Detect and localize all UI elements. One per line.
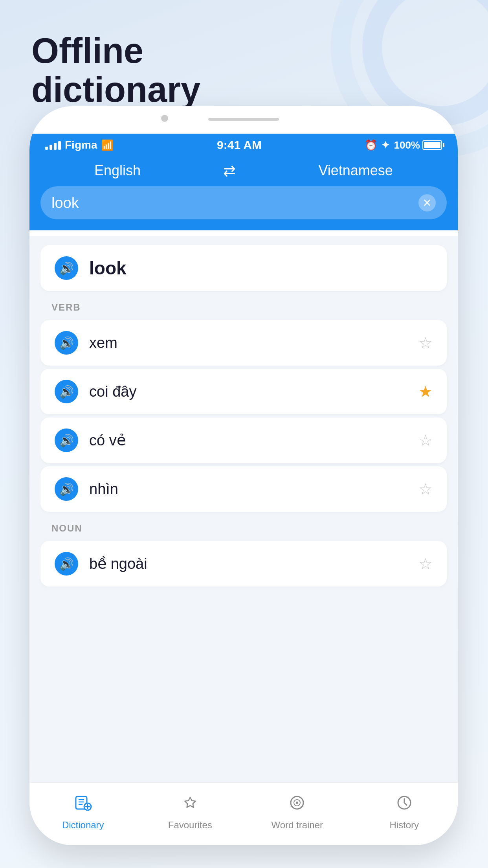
signal-bar-3 [54,143,57,150]
clear-button[interactable]: × [418,194,436,211]
language-to[interactable]: Vietnamese [318,162,393,179]
speaker-icon-bengoa: 🔊 [59,557,74,571]
favourites-icon [181,793,200,817]
bluetooth-icon: ✦ [381,139,390,151]
nav-item-history[interactable]: History [351,793,458,831]
language-selector[interactable]: English ⇄ Vietnamese [29,155,458,186]
verb-section-label: VERB [29,294,458,317]
status-left: Figma 📶 [45,139,114,151]
speaker-icon-nhin: 🔊 [59,482,74,496]
translation-card-xem: 🔊 xem ☆ [40,320,447,366]
nav-item-dictionary[interactable]: Dictionary [29,793,137,831]
nav-label-word-trainer: Word trainer [271,820,323,831]
translation-xem: xem [89,335,407,351]
search-bar[interactable]: look × [40,186,447,219]
speaker-icon: 🔊 [59,261,74,275]
phone-camera [161,115,168,122]
alarm-icon: ⏰ [365,139,377,151]
word-header-card: 🔊 look [40,245,447,291]
cove-sound-button[interactable]: 🔊 [55,428,78,452]
favourite-cove-button[interactable]: ☆ [418,431,433,449]
speaker-icon-xem: 🔊 [59,336,74,350]
carrier-label: Figma [65,139,97,151]
signal-bar-1 [45,147,48,150]
title-line2: dictionary [31,70,200,109]
nav-item-favourites[interactable]: Favourites [137,793,244,831]
signal-bar-4 [58,141,61,150]
battery-fill [424,142,440,148]
coiday-sound-button[interactable]: 🔊 [55,380,78,403]
language-from[interactable]: English [94,162,141,179]
translation-card-nhin: 🔊 nhìn ☆ [40,466,447,512]
phone-header: Figma 📶 9:41 AM ⏰ ✦ 100% English ⇄ Vietn… [29,134,458,230]
signal-bar-2 [50,145,52,150]
wifi-icon: 📶 [101,139,114,151]
status-bar: Figma 📶 9:41 AM ⏰ ✦ 100% [29,134,458,155]
translation-card-bengoa: 🔊 bề ngoài ☆ [40,541,447,587]
word-title: look [89,257,127,279]
speaker-icon-coiday: 🔊 [59,385,74,399]
nav-item-word-trainer[interactable]: Word trainer [244,793,351,831]
favourite-coiday-button[interactable]: ★ [418,383,433,401]
translation-nhin: nhìn [89,481,407,498]
battery-icon [422,140,442,150]
favourite-xem-button[interactable]: ☆ [418,334,433,352]
status-right: ⏰ ✦ 100% [365,139,442,151]
time-display: 9:41 AM [217,138,262,152]
nav-label-favourites: Favourites [168,820,212,831]
noun-section-label: NOUN [29,515,458,538]
translation-coiday: coi đây [89,383,407,400]
history-icon [395,793,414,817]
nhin-sound-button[interactable]: 🔊 [55,477,78,501]
page-title: Offline dictionary [31,31,200,109]
battery-percent: 100% [394,139,420,151]
bengoa-sound-button[interactable]: 🔊 [55,552,78,576]
title-line1: Offline [31,31,200,70]
favourite-bengoa-button[interactable]: ☆ [418,555,433,573]
swap-icon[interactable]: ⇄ [223,162,236,179]
battery-container: 100% [394,139,442,151]
word-trainer-icon [288,793,306,817]
nav-label-dictionary: Dictionary [62,820,104,831]
translation-cove: có vẻ [89,432,407,449]
word-sound-button[interactable]: 🔊 [55,256,78,280]
translation-card-cove: 🔊 có vẻ ☆ [40,417,447,463]
translation-card-coiday: 🔊 coi đây ★ [40,369,447,414]
favourite-nhin-button[interactable]: ☆ [418,480,433,498]
translation-bengoa: bề ngoài [89,555,407,572]
phone-mockup: Figma 📶 9:41 AM ⏰ ✦ 100% English ⇄ Vietn… [29,106,458,845]
speaker-icon-cove: 🔊 [59,434,74,447]
phone-speaker [208,118,279,121]
bottom-nav: Dictionary Favourites Word trainer [29,782,458,845]
search-input[interactable]: look [51,195,418,211]
dictionary-icon [73,793,92,817]
signal-bars [45,140,61,150]
xem-sound-button[interactable]: 🔊 [55,331,78,355]
nav-label-history: History [389,820,419,831]
svg-point-4 [296,802,298,804]
phone-content: 🔊 look VERB 🔊 xem ☆ 🔊 coi đây ★ 🔊 [29,236,458,782]
